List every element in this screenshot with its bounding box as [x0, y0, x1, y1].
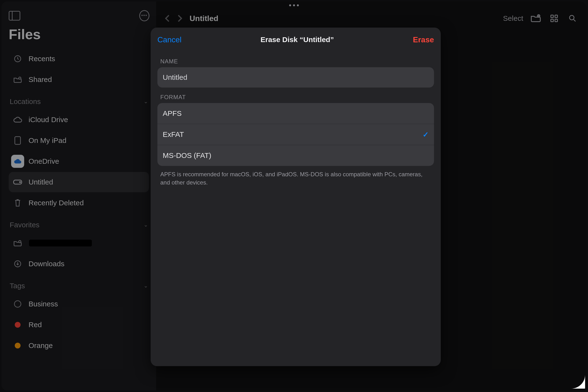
format-option-msdos[interactable]: MS-DOS (FAT) [157, 145, 434, 166]
checkmark-icon: ✓ [423, 130, 429, 139]
menu-dots-icon[interactable] [289, 4, 299, 6]
format-list: APFS ExFAT ✓ MS-DOS (FAT) [157, 103, 434, 166]
name-label: NAME [157, 52, 434, 67]
format-option-label: MS-DOS (FAT) [163, 152, 211, 160]
erase-button[interactable]: Erase [413, 35, 434, 44]
name-input[interactable]: Untitled [157, 67, 434, 88]
name-value: Untitled [163, 73, 187, 82]
sheet-title: Erase Disk “Untitled” [260, 36, 334, 44]
format-hint: APFS is recommended for macOS, iOS, and … [157, 166, 434, 191]
backdrop-decoration [571, 374, 585, 388]
app-window: ••• Files Recents Shared Locations ⌄ [1, 2, 587, 390]
format-option-label: ExFAT [163, 130, 184, 138]
format-option-apfs[interactable]: APFS [157, 103, 434, 124]
format-option-exfat[interactable]: ExFAT ✓ [157, 124, 434, 145]
format-label: FORMAT [157, 88, 434, 103]
erase-disk-sheet: Cancel Erase Disk “Untitled” Erase NAME … [151, 28, 441, 366]
cancel-button[interactable]: Cancel [157, 35, 182, 44]
format-option-label: APFS [163, 109, 182, 118]
